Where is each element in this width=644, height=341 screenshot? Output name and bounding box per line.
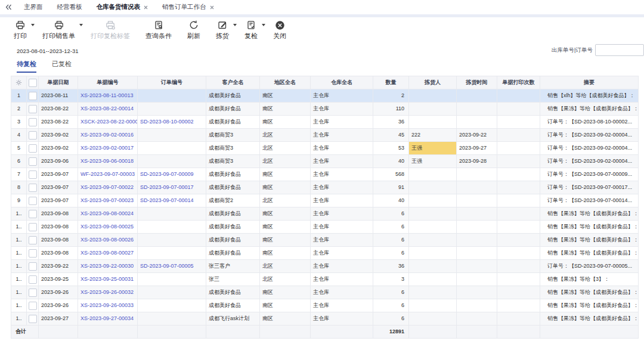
cell-order-no[interactable]: SD-2023-09-07-00005 — [138, 260, 206, 272]
cell-doc-no[interactable]: XS-2023-09-07-00022 — [78, 181, 138, 194]
col-doc-date[interactable]: 单据日期 — [39, 76, 78, 89]
tab-rechecked[interactable]: 已复检 — [52, 60, 72, 73]
table-row[interactable]: 92023-09-07XS-2023-09-07-00023SD-2023-09… — [11, 194, 639, 207]
row-checkbox[interactable] — [29, 223, 37, 231]
table-row[interactable]: 32023-08-22XSCK-2023-08-22-00001SD-2023-… — [11, 116, 639, 129]
tab-pending-recheck[interactable]: 待复检 — [17, 60, 36, 73]
row-checkbox-cell[interactable] — [27, 129, 39, 141]
row-checkbox-cell[interactable] — [27, 299, 39, 312]
tab-business-dashboard[interactable]: 经营看板 — [50, 0, 89, 14]
table-row[interactable]: 1..2023-09-22XS-2023-09-22-00030SD-2023-… — [11, 260, 639, 273]
collapse-tabs-button[interactable] — [0, 0, 17, 14]
col-warehouse[interactable]: 仓库全名 — [311, 76, 373, 89]
row-checkbox[interactable] — [29, 262, 37, 271]
row-checkbox-cell[interactable] — [27, 142, 39, 154]
cell-doc-no[interactable]: XS-2023-09-25-00031 — [78, 273, 138, 286]
header-gear-cell[interactable] — [11, 76, 27, 89]
row-checkbox[interactable] — [29, 210, 37, 218]
table-row[interactable]: 42023-09-02XS-2023-09-02-00016成都商贸3北区主仓库… — [11, 129, 639, 142]
table-row[interactable]: 72023-09-07WF-2023-09-07-00003SD-2023-09… — [11, 168, 639, 181]
table-row[interactable]: 1..2023-09-25XS-2023-09-25-00031张三北区主仓库3… — [11, 273, 639, 286]
row-checkbox-cell[interactable] — [27, 312, 39, 325]
table-row[interactable]: 22023-08-22XS-2023-08-22-00014成都美好食品南区主仓… — [11, 103, 639, 116]
table-row[interactable]: 1..2023-09-26XS-2023-09-26-00033成都美好食品南区… — [11, 299, 639, 312]
table-row[interactable]: 52023-09-02XS-2023-09-02-00017成都商贸3北区主仓库… — [11, 142, 639, 155]
row-checkbox-cell[interactable] — [27, 116, 39, 128]
row-checkbox[interactable] — [29, 249, 37, 258]
row-checkbox[interactable] — [29, 236, 37, 244]
table-row[interactable]: 12023-08-11XS-2023-08-11-00013成都美好食品南区主仓… — [11, 89, 639, 103]
cell-doc-no[interactable]: XS-2023-09-26-00033 — [78, 299, 138, 312]
cell-doc-no[interactable]: XS-2023-09-26-00032 — [78, 286, 138, 299]
col-qty[interactable]: 数量 — [373, 76, 409, 89]
table-row[interactable]: 82023-09-07XS-2023-09-07-00022SD-2023-09… — [11, 181, 639, 194]
row-checkbox-cell[interactable] — [27, 273, 39, 286]
date-range-filter[interactable]: 2023-08-01--2023-12-31 — [17, 48, 79, 54]
cell-doc-no[interactable]: XS-2023-09-27-00034 — [78, 312, 138, 325]
cell-doc-no[interactable]: XSCK-2023-08-22-00001 — [78, 116, 138, 128]
row-checkbox[interactable] — [29, 157, 37, 166]
tab-main-screen[interactable]: 主界面 — [17, 0, 50, 14]
tab-warehouse-stock-report[interactable]: 仓库备货情况表 — [89, 0, 156, 14]
col-picker[interactable]: 拣货人 — [409, 76, 457, 89]
query-conditions-button[interactable]: 查询条件 — [138, 20, 179, 41]
select-all-checkbox[interactable] — [29, 79, 37, 87]
row-checkbox[interactable] — [29, 184, 37, 192]
order-no-search-input[interactable] — [595, 44, 644, 56]
col-customer[interactable]: 客户全名 — [206, 76, 260, 89]
row-checkbox-cell[interactable] — [27, 89, 39, 102]
table-row[interactable]: 1..2023-09-27XS-2023-09-27-00034成都飞行ask计… — [11, 312, 639, 326]
cell-doc-no[interactable]: XS-2023-09-06-00018 — [78, 155, 138, 168]
print-sales-order-button[interactable]: 打印销售单 — [35, 20, 83, 41]
print-recheck-label-button[interactable]: 打印复检标签 — [83, 20, 138, 41]
row-checkbox[interactable] — [29, 302, 37, 310]
row-checkbox[interactable] — [29, 197, 37, 205]
row-checkbox-cell[interactable] — [27, 181, 39, 194]
col-pick-time[interactable]: 拣货时间 — [457, 76, 497, 89]
row-checkbox[interactable] — [29, 105, 37, 113]
cell-order-no[interactable]: SD-2023-09-07-00014 — [138, 194, 206, 207]
row-checkbox[interactable] — [29, 131, 37, 140]
table-row[interactable]: 1..2023-09-26XS-2023-09-26-00032成都美好食品南区… — [11, 286, 639, 299]
col-print-count[interactable]: 单据打印次数 — [497, 76, 540, 89]
row-checkbox-cell[interactable] — [27, 194, 39, 207]
row-checkbox[interactable] — [29, 289, 37, 297]
table-row[interactable]: 1..2023-09-08XS-2023-09-08-00024成都美好食品南区… — [11, 207, 639, 221]
cell-doc-no[interactable]: XS-2023-09-08-00027 — [78, 247, 138, 259]
refresh-button[interactable]: 刷新 — [179, 20, 208, 41]
cell-doc-no[interactable]: XS-2023-09-08-00025 — [78, 221, 138, 233]
row-checkbox[interactable] — [29, 92, 37, 100]
recheck-button[interactable]: 复检 — [237, 20, 265, 41]
row-checkbox-cell[interactable] — [27, 207, 39, 220]
table-row[interactable]: 1..2023-09-08XS-2023-09-08-00026成都美好食品南区… — [11, 234, 639, 247]
print-button[interactable]: 打印 — [6, 20, 35, 41]
table-row[interactable]: 1..2023-09-08XS-2023-09-08-00025成都美好食品南区… — [11, 221, 639, 234]
cell-doc-no[interactable]: XS-2023-09-08-00026 — [78, 234, 138, 246]
close-tab-icon[interactable] — [210, 5, 214, 10]
cell-doc-no[interactable]: WF-2023-09-07-00003 — [78, 168, 138, 181]
row-checkbox[interactable] — [29, 170, 37, 179]
tab-sales-order-workbench[interactable]: 销售订单工作台 — [155, 0, 221, 14]
row-checkbox-cell[interactable] — [27, 221, 39, 233]
cell-doc-no[interactable]: XS-2023-09-07-00023 — [78, 194, 138, 207]
table-row[interactable]: 1..2023-09-08XS-2023-09-08-00027成都美好食品南区… — [11, 247, 639, 260]
row-checkbox[interactable] — [29, 144, 37, 153]
cell-doc-no[interactable]: XS-2023-08-22-00014 — [78, 103, 138, 115]
cell-doc-no[interactable]: XS-2023-08-11-00013 — [78, 89, 138, 102]
row-checkbox[interactable] — [29, 118, 37, 126]
col-order-no[interactable]: 订单编号 — [138, 76, 206, 89]
row-checkbox[interactable] — [29, 275, 37, 284]
col-region[interactable]: 地区全名 — [260, 76, 311, 89]
row-checkbox-cell[interactable] — [27, 260, 39, 272]
cell-doc-no[interactable]: XS-2023-09-02-00017 — [78, 142, 138, 154]
col-doc-no[interactable]: 单据编号 — [78, 76, 138, 89]
close-tab-icon[interactable] — [144, 5, 148, 10]
row-checkbox[interactable] — [29, 315, 37, 323]
cell-doc-no[interactable]: XS-2023-09-08-00024 — [78, 207, 138, 220]
row-checkbox-cell[interactable] — [27, 155, 39, 168]
row-checkbox-cell[interactable] — [27, 247, 39, 259]
cell-doc-no[interactable]: XS-2023-09-02-00016 — [78, 129, 138, 141]
header-select-all-cell[interactable] — [27, 76, 39, 89]
close-button[interactable]: 关闭 — [265, 20, 294, 41]
row-checkbox-cell[interactable] — [27, 103, 39, 115]
